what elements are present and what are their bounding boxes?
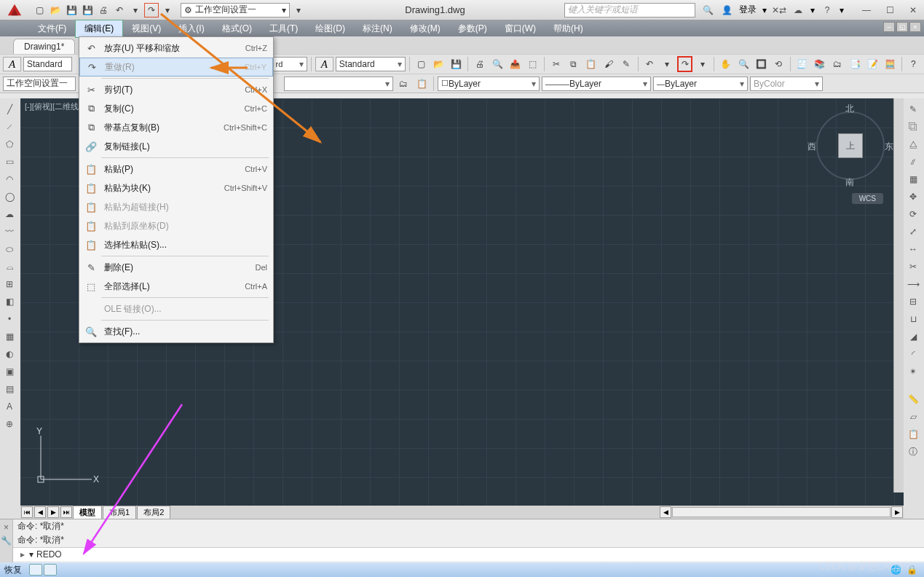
addselected-icon[interactable]: ⊕: [1, 416, 17, 432]
gradient-icon[interactable]: ◐: [1, 346, 17, 362]
print-icon[interactable]: 🖨: [96, 3, 111, 17]
chevron-down-icon[interactable]: ▾: [762, 5, 767, 15]
wrench-icon[interactable]: 🔧: [1, 535, 12, 546]
command-handle[interactable]: ×🔧: [0, 519, 13, 562]
help-icon[interactable]: ?: [906, 56, 921, 72]
undo-icon[interactable]: ↶: [112, 3, 127, 17]
rotate-icon[interactable]: ⟳: [905, 206, 921, 222]
open-icon[interactable]: 📂: [48, 3, 63, 17]
offset-icon[interactable]: ⫽: [905, 154, 921, 170]
id-icon[interactable]: ⓘ: [905, 444, 921, 460]
zoomprev-icon[interactable]: ⟲: [771, 56, 786, 72]
chevron-down-icon[interactable]: ▾: [840, 5, 844, 15]
close-icon[interactable]: ×: [4, 522, 9, 533]
layout-tab-model[interactable]: 模型: [73, 506, 102, 519]
command-input[interactable]: REDO: [36, 549, 62, 560]
scrollbar-vertical[interactable]: [893, 98, 904, 492]
toolpalettes-icon[interactable]: 🗂: [829, 56, 845, 72]
hatch-icon[interactable]: ▦: [1, 329, 17, 345]
color-combo[interactable]: ByColor▾: [750, 76, 823, 91]
close-button[interactable]: ✕: [902, 3, 924, 17]
menu-format[interactable]: 格式(O): [213, 20, 261, 37]
circle-icon[interactable]: ◯: [1, 189, 17, 205]
chamfer-icon[interactable]: ◢: [905, 329, 921, 345]
cloud-icon[interactable]: ☁: [791, 4, 805, 17]
search-input[interactable]: 键入关键字或短语: [564, 3, 695, 17]
menu-file[interactable]: 文件(F): [29, 20, 75, 37]
exchange-icon[interactable]: ✕⇄: [773, 4, 786, 17]
textstyle-icon[interactable]: A: [3, 57, 21, 71]
trim-icon[interactable]: ✂: [905, 259, 921, 275]
markup-icon[interactable]: 📝: [865, 56, 880, 72]
user-icon[interactable]: 👤: [720, 4, 733, 17]
redo-dd-icon[interactable]: ▾: [160, 3, 175, 17]
menu-item[interactable]: ⬚全部选择(L)Ctrl+A: [79, 277, 273, 296]
array-icon[interactable]: ▦: [905, 171, 921, 187]
mtext-icon[interactable]: A: [1, 399, 17, 415]
move-icon[interactable]: ✥: [905, 189, 921, 205]
workspace-left-combo[interactable]: 工作空间设置一: [3, 76, 76, 91]
copy-icon[interactable]: ⿻: [905, 119, 921, 135]
break-icon[interactable]: ⊟: [905, 294, 921, 310]
revcloud-icon[interactable]: ☁: [1, 206, 17, 222]
status-toggle[interactable]: [29, 564, 42, 576]
open-icon[interactable]: 📂: [431, 56, 446, 72]
menu-insert[interactable]: 插入(I): [170, 20, 213, 37]
redo-dd-icon[interactable]: ▾: [695, 56, 710, 72]
polyline-icon[interactable]: ⟋: [1, 119, 17, 135]
linetype-combo[interactable]: ——— ByLayer▾: [542, 76, 651, 91]
preview-icon[interactable]: 🔍: [490, 56, 505, 72]
undo-icon[interactable]: ↶: [642, 56, 658, 72]
dimstyle-combo[interactable]: Standard▾: [336, 57, 406, 71]
plot-icon[interactable]: 🖨: [472, 56, 487, 72]
publish-icon[interactable]: 📤: [508, 56, 523, 72]
3dprint-icon[interactable]: ⬚: [525, 56, 540, 72]
minimize-button[interactable]: —: [856, 3, 877, 17]
layer-states-icon[interactable]: 📋: [414, 76, 430, 92]
next-icon[interactable]: ▶: [47, 506, 59, 518]
mdi-close[interactable]: ×: [909, 22, 921, 32]
layout-tab-2[interactable]: 布局2: [137, 506, 170, 519]
viewcube-top[interactable]: 上: [838, 133, 863, 158]
table-icon[interactable]: ▤: [1, 381, 17, 397]
sheetset-icon[interactable]: 📑: [847, 56, 862, 72]
matchprop-icon[interactable]: 🖌: [601, 56, 616, 72]
menu-item[interactable]: 📋粘贴为块(K)Ctrl+Shift+V: [79, 178, 273, 197]
lineweight-combo[interactable]: — ByLayer▾: [653, 76, 748, 91]
menu-tools[interactable]: 工具(T): [261, 20, 307, 37]
wcs-badge[interactable]: WCS: [852, 193, 883, 204]
menu-item[interactable]: ⧉带基点复制(B)Ctrl+Shift+C: [79, 118, 273, 137]
block-icon[interactable]: ◧: [1, 294, 17, 310]
erase-icon[interactable]: ✎: [905, 101, 921, 117]
ellipsearc-icon[interactable]: ⌓: [1, 259, 17, 275]
save-icon[interactable]: 💾: [449, 56, 464, 72]
menu-item[interactable]: 🔍查找(F)...: [79, 322, 273, 341]
layer-manage-icon[interactable]: 🗂: [395, 76, 411, 92]
point-icon[interactable]: •: [1, 311, 17, 327]
mirror-icon[interactable]: ⧋: [905, 136, 921, 152]
blockeditor-icon[interactable]: ✎: [619, 56, 634, 72]
menu-item[interactable]: ✎删除(E)Del: [79, 258, 273, 277]
mdi-minimize[interactable]: –: [883, 22, 895, 32]
designcenter-icon[interactable]: 📚: [812, 56, 827, 72]
cut-icon[interactable]: ✂: [548, 56, 564, 72]
menu-edit[interactable]: 编辑(E): [75, 20, 123, 38]
dimstyle-combo-partial[interactable]: rd▾: [272, 57, 307, 71]
login-label[interactable]: 登录: [739, 4, 757, 16]
line-icon[interactable]: ╱: [1, 101, 17, 117]
menu-item[interactable]: ✂剪切(T)Ctrl+X: [79, 80, 273, 99]
menu-window[interactable]: 窗口(W): [496, 20, 545, 37]
scale-icon[interactable]: ⤢: [905, 224, 921, 240]
redo-icon[interactable]: ↷: [144, 3, 159, 17]
menu-item[interactable]: ↶放弃(U) 平移和缩放Ctrl+Z: [79, 39, 273, 58]
menu-help[interactable]: 帮助(H): [545, 20, 592, 37]
help-icon[interactable]: ?: [821, 4, 834, 17]
menu-item[interactable]: 📋选择性粘贴(S)...: [79, 235, 273, 254]
polygon-icon[interactable]: ⬠: [1, 136, 17, 152]
menu-item[interactable]: 🔗复制链接(L): [79, 137, 273, 156]
last-icon[interactable]: ⏭: [60, 506, 72, 518]
prev-icon[interactable]: ◀: [34, 506, 46, 518]
menu-draw[interactable]: 绘图(D): [307, 20, 354, 37]
list-icon[interactable]: 📋: [905, 426, 921, 442]
chevron-down-icon[interactable]: ▾: [810, 5, 815, 15]
